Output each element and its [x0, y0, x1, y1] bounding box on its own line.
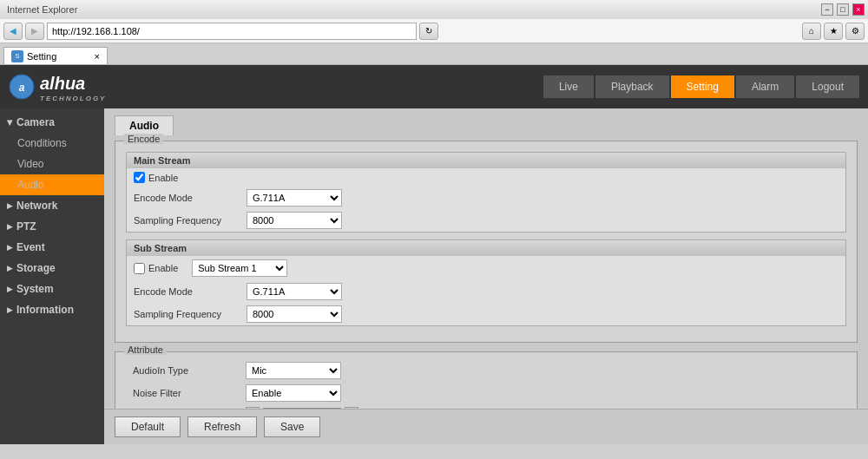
main-stream-encode-mode-row: Encode Mode G.711A G.711Mu AAC G.726	[127, 187, 845, 209]
encode-section: Encode Main Stream Enable Encode Mode	[115, 141, 858, 343]
encode-section-title: Encode	[124, 134, 163, 144]
audioin-type-label: AudioIn Type	[133, 365, 246, 376]
refresh-button[interactable]: ↻	[419, 23, 438, 40]
main-stream-sampling-freq-label: Sampling Frequency	[134, 215, 247, 226]
titlebar: Internet Explorer − □ ×	[0, 0, 868, 19]
main-stream-encode-mode-label: Encode Mode	[134, 193, 247, 203]
sub-stream-encode-mode-select[interactable]: G.711A G.711Mu AAC G.726	[247, 283, 342, 300]
sidebar-item-information[interactable]: ▸ Information	[0, 299, 104, 320]
sidebar-item-ptz[interactable]: ▸ PTZ	[0, 216, 104, 237]
sub-stream-enable-checkbox[interactable]	[134, 263, 145, 274]
tab-close-btn[interactable]: ×	[95, 51, 100, 62]
attribute-section: Attribute AudioIn Type Mic Line In Noise…	[115, 351, 858, 409]
attribute-section-title: Attribute	[124, 344, 167, 355]
sub-stream-subsection: Sub Stream Enable Sub Stream 1 Sub Strea…	[126, 239, 846, 326]
sub-stream-sampling-freq-label: Sampling Frequency	[134, 309, 247, 319]
camera-arrow: ▾	[7, 116, 12, 128]
nr-slider-inc[interactable]: +	[345, 407, 358, 409]
sub-stream-header: Sub Stream	[127, 240, 845, 256]
tab-logout[interactable]: Logout	[796, 75, 859, 98]
sidebar-item-camera[interactable]: ▾ Camera	[0, 112, 104, 133]
sub-stream-sampling-freq-row: Sampling Frequency 8000 16000 32000 4800…	[127, 303, 845, 325]
storage-arrow: ▸	[7, 262, 12, 274]
logo: a alhua TECHNOLOGY	[9, 72, 106, 102]
main-stream-sampling-freq-select[interactable]: 8000 16000 32000 48000	[247, 212, 342, 229]
content-area: Audio Encode Main Stream Enable	[104, 108, 868, 409]
main-stream-enable-row: Enable	[127, 168, 845, 187]
sub-stream-encode-mode-label: Encode Mode	[134, 286, 247, 297]
home-button[interactable]: ⌂	[802, 23, 821, 40]
sub-stream-encode-mode-row: Encode Mode G.711A G.711Mu AAC G.726	[127, 280, 845, 303]
audioin-type-row: AudioIn Type Mic Line In	[126, 359, 846, 382]
sub-stream-sampling-freq-select[interactable]: 8000 16000 32000 48000	[247, 305, 342, 323]
noise-filter-row: Noise Filter Enable Disable	[126, 382, 846, 404]
sidebar: ▾ Camera Conditions Video Audio ▸ Networ…	[0, 108, 104, 444]
sub-stream-select[interactable]: Sub Stream 1 Sub Stream 2	[192, 259, 287, 277]
sidebar-item-system[interactable]: ▸ System	[0, 279, 104, 299]
nr-slider-container: − + 100	[246, 407, 378, 409]
page-tab-audio[interactable]: Audio	[115, 115, 174, 135]
logo-text: alhua TECHNOLOGY	[40, 72, 106, 102]
sidebar-item-event[interactable]: ▸ Event	[0, 237, 104, 258]
address-bar[interactable]	[47, 23, 417, 40]
default-button[interactable]: Default	[115, 416, 181, 437]
tab-setting[interactable]: Setting	[671, 75, 734, 98]
sub-stream-enable-label: Enable	[148, 263, 178, 273]
content-wrapper: Audio Encode Main Stream Enable	[104, 108, 868, 444]
back-button[interactable]: ◀	[3, 23, 23, 40]
main-content: ▾ Camera Conditions Video Audio ▸ Networ…	[0, 108, 868, 444]
network-arrow: ▸	[7, 200, 12, 212]
close-button[interactable]: ×	[852, 3, 865, 16]
window-title: Internet Explorer	[3, 4, 77, 15]
main-stream-encode-mode-select[interactable]: G.711A G.711Mu AAC G.726	[247, 189, 342, 207]
sub-stream-enable-row: Enable Sub Stream 1 Sub Stream 2	[127, 256, 845, 280]
main-stream-sampling-freq-row: Sampling Frequency 8000 16000 32000 4800…	[127, 209, 845, 232]
sidebar-item-network[interactable]: ▸ Network	[0, 195, 104, 216]
window-controls[interactable]: − □ ×	[821, 3, 865, 16]
bottom-bar: Default Refresh Save	[104, 409, 868, 444]
main-stream-enable-checkbox[interactable]	[134, 172, 145, 183]
tab-playback[interactable]: Playback	[595, 75, 669, 98]
system-arrow: ▸	[7, 283, 12, 295]
browser-chrome: Internet Explorer − □ × ◀ ▶ ↻ ⌂ ★ ⚙ S Se…	[0, 0, 868, 65]
nr-slider[interactable]	[263, 408, 341, 409]
browser-settings-button[interactable]: ⚙	[845, 23, 865, 40]
page-content: Encode Main Stream Enable Encode Mode	[115, 135, 858, 409]
nr-row: NR (Noise Reductio... − + 100	[126, 404, 846, 409]
app-header: a alhua TECHNOLOGY Live Playback Setting…	[0, 65, 868, 108]
information-arrow: ▸	[7, 304, 12, 316]
browser-tab[interactable]: S Setting ×	[3, 47, 108, 64]
maximize-button[interactable]: □	[837, 3, 849, 16]
sidebar-item-conditions[interactable]: Conditions	[0, 133, 104, 154]
ptz-arrow: ▸	[7, 220, 12, 233]
noise-filter-label: Noise Filter	[133, 388, 246, 398]
save-button[interactable]: Save	[264, 416, 320, 437]
sidebar-item-storage[interactable]: ▸ Storage	[0, 258, 104, 279]
main-stream-enable-label: Enable	[148, 173, 178, 183]
audioin-type-select[interactable]: Mic Line In	[246, 362, 341, 379]
tab-alarm[interactable]: Alarm	[736, 75, 794, 98]
main-stream-subsection: Main Stream Enable Encode Mode G.711A G.…	[126, 152, 846, 233]
forward-button[interactable]: ▶	[25, 23, 44, 40]
app-container: a alhua TECHNOLOGY Live Playback Setting…	[0, 65, 868, 444]
tab-favicon: S	[11, 50, 23, 62]
sidebar-item-audio[interactable]: Audio	[0, 174, 104, 195]
favorites-button[interactable]: ★	[824, 23, 843, 40]
logo-icon: a	[9, 74, 35, 100]
main-stream-header: Main Stream	[127, 153, 845, 168]
tab-bar: S Setting ×	[0, 43, 868, 64]
tab-title: Setting	[27, 51, 56, 62]
nr-slider-dec[interactable]: −	[246, 407, 260, 409]
nav-tabs: Live Playback Setting Alarm Logout	[543, 75, 859, 98]
event-arrow: ▸	[7, 241, 12, 253]
minimize-button[interactable]: −	[821, 3, 833, 16]
noise-filter-select[interactable]: Enable Disable	[246, 384, 341, 402]
refresh-button[interactable]: Refresh	[187, 416, 257, 437]
tab-live[interactable]: Live	[543, 75, 594, 98]
svg-text:a: a	[19, 82, 25, 94]
sidebar-item-video[interactable]: Video	[0, 154, 104, 174]
browser-nav: ◀ ▶ ↻ ⌂ ★ ⚙	[0, 19, 868, 43]
